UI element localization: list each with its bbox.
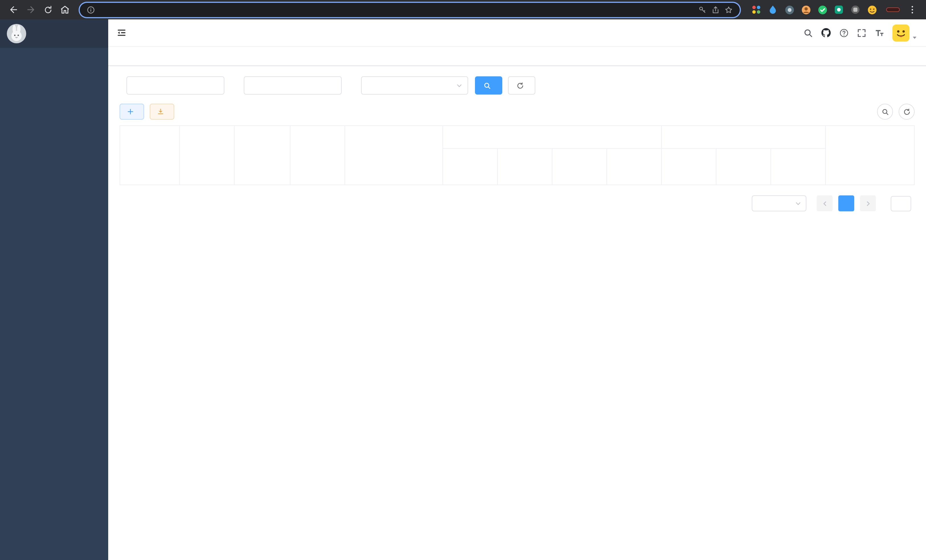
tags-view-bar (108, 47, 926, 66)
search-icon[interactable] (803, 28, 813, 37)
page-number-button[interactable] (838, 195, 854, 211)
user-menu[interactable] (893, 24, 917, 41)
sidebar (0, 20, 108, 560)
extension-drop-icon[interactable] (767, 3, 779, 16)
extension-puzzle-icon[interactable] (849, 3, 862, 16)
column-header-alipay-pc (498, 148, 552, 185)
column-header-app-name (180, 126, 235, 185)
browser-menu-icon[interactable] (904, 2, 920, 18)
github-icon[interactable] (821, 28, 831, 38)
sidebar-toggle-button[interactable] (117, 28, 126, 38)
column-header-wechat-jsapi (716, 148, 771, 185)
group-header-alipay (443, 126, 661, 148)
top-navbar (108, 20, 926, 47)
column-header-alipay-qr (607, 148, 661, 185)
column-header-app-id (120, 126, 180, 185)
bookmark-star-icon[interactable] (725, 5, 733, 14)
search-button[interactable] (475, 76, 502, 95)
chevron-down-icon (912, 35, 917, 41)
column-header-alipay-app (443, 148, 498, 185)
table-tools (877, 104, 915, 120)
extension-dark-circle-icon[interactable] (783, 3, 796, 16)
extension-smiley-icon[interactable] (865, 3, 878, 16)
merchant-name-input[interactable] (244, 76, 342, 95)
add-button[interactable] (120, 104, 144, 120)
next-page-button[interactable] (860, 195, 876, 211)
browser-update-button[interactable] (886, 8, 900, 12)
extension-profile-icon[interactable] (800, 3, 812, 16)
goto-page-input[interactable] (891, 196, 911, 211)
chevron-down-icon (795, 200, 801, 206)
page-size-select[interactable] (752, 195, 806, 211)
browser-forward-button[interactable] (23, 2, 39, 18)
extension-check-icon[interactable] (816, 3, 829, 16)
browser-reload-button[interactable] (40, 2, 56, 18)
password-key-icon[interactable] (698, 5, 707, 14)
table-toolbar (120, 104, 915, 120)
column-header-actions (826, 126, 914, 185)
extensions-tray (750, 3, 878, 16)
chevron-down-icon (456, 82, 462, 89)
page-content (108, 66, 926, 560)
export-button[interactable] (150, 104, 174, 120)
pagination (120, 195, 915, 211)
column-header-wechat-app (771, 148, 826, 185)
extension-green-square-icon[interactable] (832, 3, 845, 16)
goto-group (887, 196, 915, 211)
browser-window (0, 0, 926, 560)
toggle-search-button[interactable] (877, 104, 893, 120)
app-frame (0, 20, 926, 560)
site-info-icon[interactable] (86, 5, 95, 14)
help-icon[interactable] (840, 28, 849, 37)
reset-button[interactable] (508, 76, 535, 95)
browser-toolbar (0, 0, 926, 20)
prev-page-button[interactable] (817, 195, 832, 211)
navbar-actions (803, 24, 917, 41)
app-table (120, 125, 915, 185)
fullscreen-icon[interactable] (857, 28, 866, 37)
group-header-wechat (661, 126, 826, 148)
column-header-created (345, 126, 443, 185)
column-header-status (235, 126, 290, 185)
browser-back-button[interactable] (6, 2, 22, 18)
sidebar-logo[interactable] (0, 20, 108, 48)
user-avatar (893, 24, 909, 41)
refresh-button[interactable] (899, 104, 915, 120)
column-header-merchant (290, 126, 345, 185)
column-header-alipay-wap (552, 148, 607, 185)
font-size-icon[interactable] (875, 28, 884, 37)
browser-home-button[interactable] (57, 2, 73, 18)
main-panel (108, 20, 926, 560)
status-select[interactable] (361, 76, 468, 95)
share-icon[interactable] (711, 5, 720, 14)
column-header-wechat-mini (661, 148, 716, 185)
app-name-input[interactable] (126, 76, 224, 95)
extension-grid-icon[interactable] (750, 3, 763, 16)
address-bar[interactable] (80, 3, 740, 17)
logo-avatar (7, 24, 26, 43)
search-form (120, 76, 915, 95)
